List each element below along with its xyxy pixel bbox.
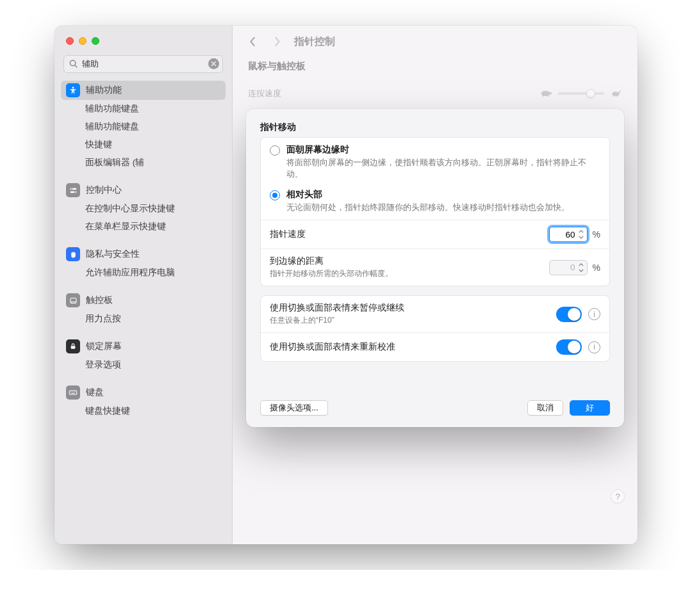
svg-rect-13: [70, 392, 71, 393]
radio-checked-icon: [270, 190, 280, 200]
toggle-sublabel: 任意设备上的“F10”: [270, 315, 404, 326]
modal-section-title: 指针移动: [260, 122, 610, 133]
sidebar-subitem[interactable]: 用力点按: [61, 310, 226, 328]
sidebar-item-keyboard[interactable]: 键盘: [61, 383, 226, 402]
close-window-button[interactable]: [66, 37, 74, 45]
field-label: 到边缘的距离: [270, 255, 393, 267]
edge-distance-input: [554, 263, 575, 272]
control-center-icon: [66, 183, 80, 197]
svg-rect-15: [73, 392, 74, 393]
pointer-movement-sheet: 指针移动 面朝屏幕边缘时 将面部朝向屏幕的一侧边缘，使指针顺着该方向移动。正朝屏…: [246, 109, 624, 427]
radio-description: 将面部朝向屏幕的一侧边缘，使指针顺着该方向移动。正朝屏幕时，指针将静止不动。: [286, 157, 600, 180]
pointer-speed-input[interactable]: [554, 230, 575, 239]
sidebar-item-label: 键盘: [86, 387, 104, 398]
minimize-window-button[interactable]: [79, 37, 86, 45]
row-pointer-speed: 指针速度 %: [261, 220, 609, 248]
cancel-button[interactable]: 取消: [527, 400, 563, 416]
svg-line-1: [75, 65, 77, 67]
sidebar-subitem[interactable]: 允许辅助应用程序电脑: [61, 264, 226, 282]
trackpad-icon: [66, 293, 80, 307]
settings-window: 辅助功能 辅助功能键盘 辅助功能键盘 快捷键 面板编辑器 (辅 控制中心 在控制…: [54, 26, 638, 544]
ok-button[interactable]: 好: [570, 400, 610, 416]
row-edge-distance: 到边缘的距离 指针开始移动所需的头部动作幅度。: [261, 248, 609, 286]
accessibility-icon: [66, 83, 80, 97]
sidebar-subitem[interactable]: 辅助功能键盘: [61, 118, 226, 136]
sidebar-item-lock-screen[interactable]: 锁定屏幕: [61, 337, 226, 356]
sidebar-subitem[interactable]: 面板编辑器 (辅: [61, 154, 226, 172]
svg-rect-17: [75, 392, 76, 393]
chevron-up-icon: [577, 262, 586, 267]
keyboard-icon: [66, 385, 80, 400]
sidebar-item-label: 控制中心: [86, 184, 122, 196]
sidebar-item-label: 辅助功能: [86, 85, 122, 96]
clear-search-button[interactable]: [208, 58, 219, 69]
svg-rect-11: [71, 346, 76, 349]
unit-label: %: [593, 229, 600, 239]
sidebar-item-label: 锁定屏幕: [86, 341, 122, 352]
modal-footer: 摄像头选项... 取消 好: [260, 400, 610, 416]
camera-options-button[interactable]: 摄像头选项...: [260, 400, 328, 416]
svg-rect-14: [72, 392, 72, 393]
unit-label: %: [593, 263, 600, 273]
chevron-down-icon: [577, 235, 586, 240]
svg-point-4: [72, 87, 74, 89]
card-switches: 使用切换或面部表情来暂停或继续 任意设备上的“F10” i 使用切换或面部表情来…: [260, 295, 610, 362]
toggle-label: 使用切换或面部表情来重新校准: [270, 341, 395, 353]
sidebar-subitem[interactable]: 登录选项: [61, 356, 226, 374]
field-label: 指针速度: [270, 229, 306, 240]
lock-icon: [66, 339, 80, 353]
svg-rect-18: [71, 393, 74, 394]
svg-point-7: [71, 188, 72, 190]
zoom-window-button[interactable]: [92, 37, 99, 45]
radio-description: 无论面朝何处，指针始终跟随你的头部移动。快速移动时指针移动也会加快。: [286, 202, 570, 213]
recalibrate-switch[interactable]: [556, 339, 582, 355]
field-description: 指针开始移动所需的头部动作幅度。: [270, 268, 393, 279]
sidebar-item-label: 触控板: [86, 295, 113, 306]
pointer-speed-stepper: %: [549, 227, 600, 242]
info-icon[interactable]: i: [588, 308, 600, 320]
row-pause-continue: 使用切换或面部表情来暂停或继续 任意设备上的“F10” i: [261, 296, 609, 332]
edge-distance-field: [549, 260, 588, 275]
sidebar: 辅助功能 辅助功能键盘 辅助功能键盘 快捷键 面板编辑器 (辅 控制中心 在控制…: [54, 26, 233, 544]
window-controls: [54, 35, 232, 55]
search-input[interactable]: [63, 55, 223, 73]
toggle-label: 使用切换或面部表情来暂停或继续: [270, 302, 404, 314]
hand-icon: [66, 247, 80, 261]
sidebar-subitem[interactable]: 快捷键: [61, 136, 226, 154]
pointer-speed-field[interactable]: [549, 227, 588, 242]
sidebar-item-privacy-security[interactable]: 隐私与安全性: [61, 245, 226, 264]
sidebar-subitem[interactable]: 在菜单栏显示快捷键: [61, 218, 226, 236]
chevron-down-icon: [577, 268, 586, 273]
search-field: [63, 55, 223, 73]
sidebar-subitem[interactable]: 辅助功能键盘: [61, 100, 226, 118]
sidebar-subitem[interactable]: 在控制中心显示快捷键: [61, 200, 226, 218]
search-icon: [69, 59, 78, 69]
radio-label: 相对头部: [286, 189, 570, 200]
row-recalibrate: 使用切换或面部表情来重新校准 i: [261, 332, 609, 361]
stepper-arrows[interactable]: [577, 229, 586, 240]
svg-point-0: [70, 60, 75, 65]
sidebar-subitem[interactable]: 键盘快捷键: [61, 402, 226, 420]
sidebar-item-control-center[interactable]: 控制中心: [61, 181, 226, 200]
svg-point-8: [74, 191, 75, 192]
radio-option-relative[interactable]: 相对头部 无论面朝何处，指针始终跟随你的头部移动。快速移动时指针移动也会加快。: [261, 186, 609, 220]
svg-rect-16: [74, 392, 74, 393]
main-panel: 指针控制 鼠标与触控板 连按速度: [233, 26, 638, 544]
sidebar-item-trackpad[interactable]: 触控板: [61, 291, 226, 310]
modal-overlay: 指针移动 面朝屏幕边缘时 将面部朝向屏幕的一侧边缘，使指针顺着该方向移动。正朝屏…: [233, 26, 638, 544]
chevron-up-icon: [577, 229, 586, 234]
radio-unchecked-icon: [270, 145, 280, 156]
stepper-arrows: [577, 262, 586, 273]
svg-rect-9: [70, 298, 76, 303]
pause-switch[interactable]: [556, 307, 582, 322]
edge-distance-stepper: %: [549, 260, 600, 275]
sidebar-item-label: 隐私与安全性: [86, 248, 140, 260]
card-pointer-movement: 面朝屏幕边缘时 将面部朝向屏幕的一侧边缘，使指针顺着该方向移动。正朝屏幕时，指针…: [260, 137, 610, 286]
radio-label: 面朝屏幕边缘时: [286, 144, 600, 156]
info-icon[interactable]: i: [588, 341, 600, 353]
sidebar-list: 辅助功能 辅助功能键盘 辅助功能键盘 快捷键 面板编辑器 (辅 控制中心 在控制…: [54, 81, 232, 544]
svg-rect-12: [69, 391, 76, 394]
sidebar-item-accessibility[interactable]: 辅助功能: [61, 81, 226, 100]
radio-option-edge[interactable]: 面朝屏幕边缘时 将面部朝向屏幕的一侧边缘，使指针顺着该方向移动。正朝屏幕时，指针…: [261, 138, 609, 186]
